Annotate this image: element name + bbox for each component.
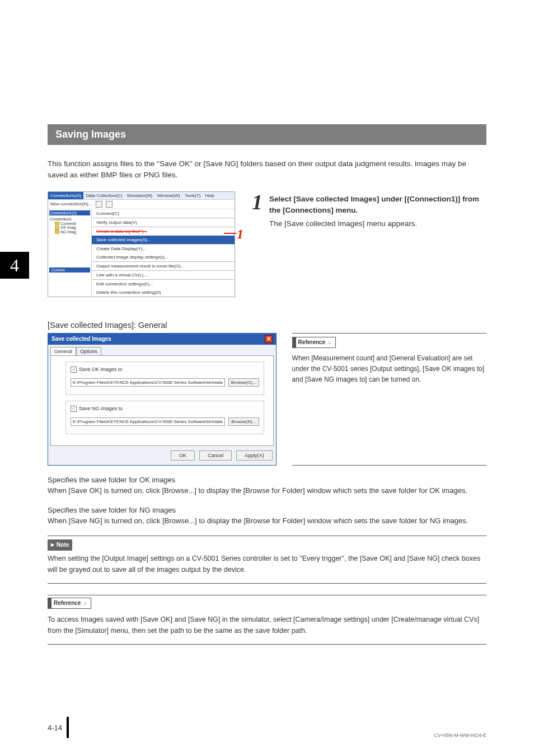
- tree-sub-2[interactable]: OK Imag: [49, 226, 90, 230]
- new-connection-item[interactable]: New connection(N)...: [50, 201, 92, 206]
- toolbar-row: New connection(N)...: [48, 200, 235, 209]
- submenu-link-virtual[interactable]: Link with a virtual CV(L)...: [92, 271, 235, 279]
- menu-simulator[interactable]: Simulator(M): [125, 192, 155, 199]
- reference1-text: When [Measurement count] and [General Ev…: [292, 353, 486, 386]
- intro-text: This function assigns files to the "Save…: [48, 158, 486, 181]
- save-ok-checkbox[interactable]: ✓: [71, 367, 77, 373]
- folder-icon: [55, 226, 59, 230]
- save-collected-general-heading: [Save collected Images]: General: [48, 321, 486, 330]
- save-ng-group: ✓ Save NG images to E:\Program Files\KEY…: [65, 401, 264, 434]
- browse-ok-button[interactable]: Browse(O)...: [228, 378, 259, 387]
- ok-spec-text: When [Save OK] is turned on, click [Brow…: [48, 485, 486, 496]
- ok-button[interactable]: OK: [171, 450, 195, 461]
- reference-chip: Reference: [292, 337, 336, 348]
- submenu-connect[interactable]: Connect(C): [92, 209, 235, 218]
- save-ng-path-input[interactable]: E:\Program Files\KEYENCE Applications\CV…: [71, 417, 225, 426]
- note-block: Note When setting the [Output Image] set…: [48, 536, 486, 584]
- save-collected-dialog: Save collected Images ✕ General Options …: [48, 333, 277, 466]
- menu-tools[interactable]: Tools(T): [182, 192, 203, 199]
- apply-button[interactable]: Apply(A): [236, 450, 273, 461]
- reference-block-1: Reference When [Measurement count] and […: [292, 333, 486, 466]
- menu-connections[interactable]: Connections(S): [48, 192, 83, 199]
- step-number-1: 1: [252, 191, 263, 297]
- submenu-image-display-settings[interactable]: Collected image display settings(I)...: [92, 253, 235, 261]
- status-bar: Connec: [49, 267, 90, 273]
- dialog-title-text: Save collected Images: [51, 336, 111, 342]
- tab-general[interactable]: General: [50, 347, 76, 355]
- dialog-titlebar: Save collected Images ✕: [48, 334, 276, 345]
- submenu-datalog[interactable]: Create a data log file(F)...: [92, 227, 235, 236]
- note-chip: Note: [48, 539, 72, 551]
- callout-line: [224, 233, 236, 234]
- chapter-tab: 4: [0, 252, 29, 279]
- cancel-button[interactable]: Cancel: [199, 450, 232, 461]
- save-ng-checkbox[interactable]: ✓: [71, 406, 77, 412]
- tab-options[interactable]: Options: [76, 347, 101, 355]
- menu-help[interactable]: Help: [203, 192, 217, 199]
- submenu-output-excel[interactable]: Output measurement result to excel file(…: [92, 262, 235, 270]
- footer-bar-icon: [67, 717, 69, 738]
- connection1-menu-item[interactable]: Connection1(1): [49, 210, 90, 215]
- submenu-create-display[interactable]: Create Data Display(Y)...: [92, 245, 235, 253]
- section-header: Saving Images: [48, 124, 486, 145]
- menu-window[interactable]: Window(W): [154, 192, 182, 199]
- reference-block-2: Reference To access Images saved with [S…: [48, 595, 486, 645]
- note-text: When setting the [Output Image] settings…: [48, 553, 486, 575]
- step1-title: Select [Save collected Images] under [(C…: [269, 194, 486, 217]
- tree-sub-1[interactable]: Connecti: [49, 222, 90, 226]
- browse-ng-button[interactable]: Browse(N)...: [228, 417, 259, 426]
- menu-screenshot: Connections(S) Data Collection(C) Simula…: [48, 191, 235, 297]
- ng-spec-text: When [Save NG] is turned on, click [Brow…: [48, 515, 486, 527]
- tree-sub-3[interactable]: NG Imag: [49, 230, 90, 234]
- submenu-delete-conn[interactable]: Delete this connection setting(D): [92, 288, 235, 297]
- toolbar-icon-1[interactable]: [96, 201, 102, 208]
- callout-number-1: 1: [237, 227, 243, 242]
- folder-icon: [55, 230, 59, 234]
- tree-root[interactable]: Connection1: [49, 217, 90, 222]
- submenu-verify[interactable]: Verify output data(V): [92, 218, 235, 227]
- submenu-edit-conn[interactable]: Edit connection settings(E)...: [92, 280, 235, 288]
- toolbar-icon-2[interactable]: [106, 201, 113, 208]
- step1-desc: The [Save collected Images] menu appears…: [269, 218, 486, 229]
- doc-code: CV-H5N-M-WW-NO4-E: [434, 732, 486, 738]
- save-ok-group: ✓ Save OK images to E:\Program Files\KEY…: [65, 361, 264, 395]
- folder-icon: [55, 222, 59, 226]
- ok-spec-title: Specifies the save folder for OK images: [48, 476, 486, 484]
- reference-chip-2: Reference: [48, 598, 91, 609]
- reference2-text: To access Images saved with [Save OK] an…: [48, 614, 486, 636]
- save-ng-label: Save NG images to: [79, 406, 123, 411]
- close-icon[interactable]: ✕: [265, 335, 273, 343]
- submenu: Connect(C) Verify output data(V) Create …: [92, 209, 235, 297]
- save-ok-label: Save OK images to: [79, 367, 123, 372]
- menu-data-collection[interactable]: Data Collection(C): [83, 192, 124, 199]
- save-ok-path-input[interactable]: E:\Program Files\KEYENCE Applications\CV…: [71, 378, 225, 387]
- page-number: 4-14: [48, 717, 69, 738]
- menubar: Connections(S) Data Collection(C) Simula…: [48, 192, 235, 200]
- tree-pane: Connection1(1) Connection1 Connecti OK I…: [48, 209, 92, 297]
- ng-spec-title: Specifies the save folder for NG images: [48, 506, 486, 514]
- submenu-save-collected-images[interactable]: Save collected Images(S)...: [92, 236, 235, 244]
